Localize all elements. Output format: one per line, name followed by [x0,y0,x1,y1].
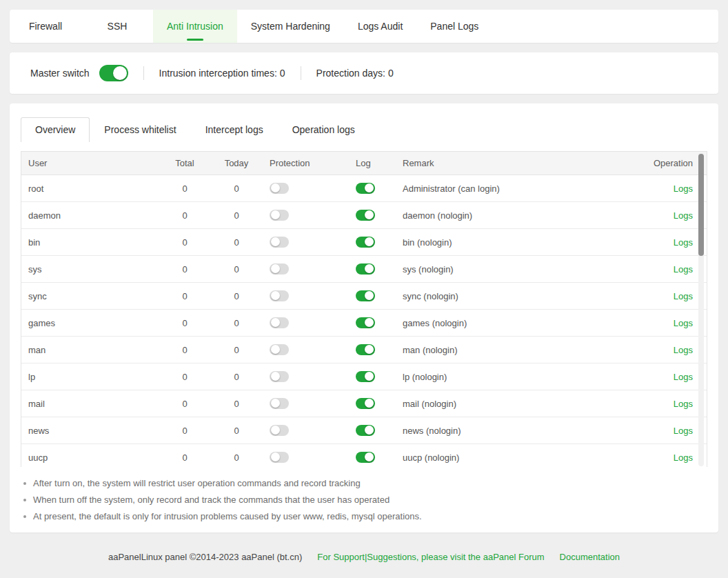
user-cell: lp [21,372,166,382]
today-cell: 0 [203,291,270,301]
tab-intercept-logs[interactable]: Intercept logs [191,117,278,142]
today-cell: 0 [203,452,270,463]
logs-link[interactable]: Logs [674,452,693,463]
user-protection-table: User Total Today Protection Log Remark O… [21,151,707,467]
log-toggle[interactable] [356,371,375,382]
user-cell: mail [21,399,166,409]
table-row: sys 0 0 sys (nologin) Logs [21,256,707,283]
protection-toggle[interactable] [270,344,289,355]
nav-tab-system-hardening[interactable]: System Hardening [237,10,344,43]
logs-link[interactable]: Logs [674,426,693,436]
table-body: root 0 0 Administrator (can login) Logs … [21,175,707,467]
user-cell: man [21,345,166,355]
master-switch-bar: Master switch Intrusion interception tim… [10,52,718,94]
copyright-text: aaPanelLinux panel ©2014-2023 aaPanel (b… [108,552,302,562]
nav-tab-firewall[interactable]: Firewall [10,10,81,43]
user-cell: sys [21,264,166,275]
column-header-protection: Protection [270,158,356,168]
log-toggle[interactable] [356,398,375,409]
log-toggle[interactable] [356,210,375,221]
divider [143,66,144,80]
user-cell: bin [21,237,166,248]
logs-link[interactable]: Logs [674,399,693,409]
user-cell: root [21,183,166,194]
table-row: sync 0 0 sync (nologin) Logs [21,283,707,310]
master-switch-label: Master switch [30,68,90,79]
column-header-total: Total [166,158,203,168]
protection-toggle[interactable] [270,452,289,463]
logs-link[interactable]: Logs [674,210,693,221]
protection-toggle[interactable] [270,371,289,382]
total-cell: 0 [166,210,203,221]
logs-link[interactable]: Logs [674,372,693,382]
log-toggle[interactable] [356,317,375,328]
protection-toggle[interactable] [270,290,289,301]
stat-intrusion-interception-times: Intrusion interception times:0 [159,68,285,79]
remark-cell: games (nologin) [403,318,624,328]
today-cell: 0 [203,372,270,382]
tab-operation-logs[interactable]: Operation logs [278,117,370,142]
panel-tabs: Overview Process whitelist Intercept log… [21,117,707,142]
nav-tab-logs-audit[interactable]: Logs Audit [344,10,416,43]
nav-tab-ssh[interactable]: SSH [81,10,153,43]
forum-link[interactable]: For Support|Suggestions, please visit th… [317,552,544,562]
table-row: root 0 0 Administrator (can login) Logs [21,175,707,202]
nav-tab-panel-logs[interactable]: Panel Logs [416,10,492,43]
logs-link[interactable]: Logs [674,291,693,301]
logs-link[interactable]: Logs [674,318,693,328]
log-toggle[interactable] [356,237,375,248]
table-row: bin 0 0 bin (nologin) Logs [21,229,707,256]
note-item: After turn on, the system will restrict … [21,475,707,492]
user-cell: sync [21,291,166,301]
nav-tab-anti-intrusion[interactable]: Anti Intrusion [153,10,237,43]
total-cell: 0 [166,318,203,328]
remark-cell: sync (nologin) [403,291,624,301]
remark-cell: man (nologin) [403,345,624,355]
log-toggle[interactable] [356,290,375,301]
table-row: daemon 0 0 daemon (nologin) Logs [21,202,707,229]
log-toggle[interactable] [356,344,375,355]
total-cell: 0 [166,426,203,436]
anti-intrusion-page: Firewall SSH Anti Intrusion System Harde… [0,10,728,578]
security-nav-tabs: Firewall SSH Anti Intrusion System Harde… [10,10,718,43]
logs-link[interactable]: Logs [674,237,693,248]
today-cell: 0 [203,264,270,275]
log-toggle[interactable] [356,452,375,463]
protection-toggle[interactable] [270,317,289,328]
total-cell: 0 [166,183,203,194]
note-item: When turn off the system, only record an… [21,492,707,508]
logs-link[interactable]: Logs [674,264,693,275]
log-toggle[interactable] [356,425,375,436]
protection-toggle[interactable] [270,183,289,194]
protection-toggle[interactable] [270,263,289,275]
page-footer: aaPanelLinux panel ©2014-2023 aaPanel (b… [0,552,728,562]
column-header-user: User [21,158,166,168]
anti-intrusion-panel: Overview Process whitelist Intercept log… [10,103,718,532]
logs-link[interactable]: Logs [674,345,693,355]
today-cell: 0 [203,237,270,248]
column-header-today: Today [203,158,270,168]
tab-overview[interactable]: Overview [21,117,90,142]
total-cell: 0 [166,452,203,463]
remark-cell: bin (nologin) [403,237,624,248]
table-row: uucp 0 0 uucp (nologin) Logs [21,444,707,467]
log-toggle[interactable] [356,183,375,194]
table-header-row: User Total Today Protection Log Remark O… [21,152,707,175]
protection-toggle[interactable] [270,237,289,248]
log-toggle[interactable] [356,263,375,275]
master-switch-toggle[interactable] [99,65,128,81]
logs-link[interactable]: Logs [674,183,693,194]
total-cell: 0 [166,264,203,275]
protection-toggle[interactable] [270,210,289,221]
column-header-operation: Operation [624,158,707,168]
documentation-link[interactable]: Documentation [560,552,620,562]
divider [301,66,301,80]
table-row: games 0 0 games (nologin) Logs [21,310,707,337]
protection-toggle[interactable] [270,398,289,409]
table-scrollbar-track[interactable] [698,152,704,466]
today-cell: 0 [203,183,270,194]
tab-process-whitelist[interactable]: Process whitelist [90,117,190,142]
total-cell: 0 [166,237,203,248]
table-scrollbar-thumb[interactable] [698,154,704,256]
protection-toggle[interactable] [270,425,289,436]
